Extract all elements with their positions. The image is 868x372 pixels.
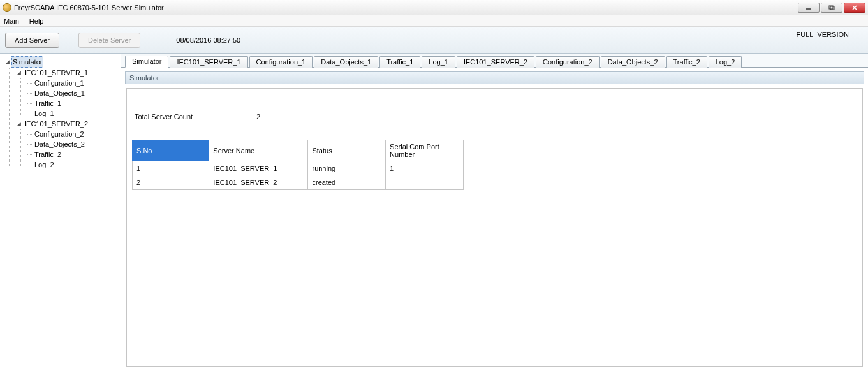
cell-name: IEC101_SERVER_1 xyxy=(209,161,308,175)
menu-main[interactable]: Main xyxy=(4,17,19,25)
server-table: S.No Server Name Status Serial Com Port … xyxy=(132,140,464,190)
window-title: FreyrSCADA IEC 60870-5-101 Server Simula… xyxy=(14,4,164,11)
menubar: Main Help xyxy=(0,15,868,27)
tree-label[interactable]: IEC101_SERVER_1 xyxy=(23,68,89,78)
delete-server-button: Delete Server xyxy=(78,33,140,48)
col-sno[interactable]: S.No xyxy=(133,140,209,161)
tab-log-2[interactable]: Log_2 xyxy=(709,56,742,68)
col-name[interactable]: Server Name xyxy=(209,140,308,161)
tab-configuration-1[interactable]: Configuration_1 xyxy=(249,56,313,68)
tree-leaf[interactable]: Configuration_1 xyxy=(27,78,121,88)
timestamp-label: 08/08/2016 08:27:50 xyxy=(176,36,240,44)
close-button[interactable] xyxy=(844,3,865,13)
table-row[interactable]: 1 IEC101_SERVER_1 running 1 xyxy=(133,161,464,175)
app-icon xyxy=(3,3,11,12)
toolbar: Add Server Delete Server 08/08/2016 08:2… xyxy=(0,27,868,54)
titlebar: FreyrSCADA IEC 60870-5-101 Server Simula… xyxy=(0,0,868,15)
tab-data-objects-2[interactable]: Data_Objects_2 xyxy=(601,56,665,68)
tab-server-2[interactable]: IEC101_SERVER_2 xyxy=(457,56,534,68)
tree-node-server-2[interactable]: ◢ IEC101_SERVER_2 xyxy=(15,119,121,129)
table-row[interactable]: 2 IEC101_SERVER_2 created xyxy=(133,175,464,190)
sidebar: ◢ Simulator ◢ IEC101_SERVER_1 Configurat… xyxy=(0,54,121,372)
tab-log-1[interactable]: Log_1 xyxy=(422,56,455,68)
panel-caption: Simulator xyxy=(125,71,864,84)
chevron-down-icon[interactable]: ◢ xyxy=(4,57,10,67)
maximize-button[interactable] xyxy=(821,3,842,13)
menu-help[interactable]: Help xyxy=(29,17,44,25)
tab-data-objects-1[interactable]: Data_Objects_1 xyxy=(314,56,378,68)
cell-sno: 2 xyxy=(133,175,209,190)
tree-leaf[interactable]: Traffic_2 xyxy=(27,149,121,160)
tree-root-simulator[interactable]: ◢ Simulator xyxy=(4,56,121,68)
cell-port xyxy=(386,175,464,190)
col-status[interactable]: Status xyxy=(308,140,386,161)
chevron-down-icon[interactable]: ◢ xyxy=(15,68,22,78)
version-label: FULL_VERSION xyxy=(796,31,849,38)
col-port[interactable]: Serial Com Port Number xyxy=(386,140,464,161)
tree-leaf[interactable]: Log_2 xyxy=(27,160,121,170)
tree-leaf[interactable]: Traffic_1 xyxy=(27,98,121,108)
tab-simulator[interactable]: Simulator xyxy=(125,56,168,68)
tabstrip: Simulator IEC101_SERVER_1 Configuration_… xyxy=(121,54,868,68)
tree-leaf[interactable]: Data_Objects_1 xyxy=(27,88,121,98)
tab-traffic-2[interactable]: Traffic_2 xyxy=(666,56,707,68)
cell-port: 1 xyxy=(386,161,464,175)
tree-label-simulator[interactable]: Simulator xyxy=(11,56,43,68)
tab-configuration-2[interactable]: Configuration_2 xyxy=(536,56,600,68)
cell-sno: 1 xyxy=(133,161,209,175)
cell-status: created xyxy=(308,175,386,190)
tree-label[interactable]: IEC101_SERVER_2 xyxy=(23,119,89,129)
cell-status: running xyxy=(308,161,386,175)
tree-leaf[interactable]: Data_Objects_2 xyxy=(27,139,121,149)
total-server-count-label: Total Server Count xyxy=(135,113,193,121)
tree-node-server-1[interactable]: ◢ IEC101_SERVER_1 xyxy=(15,68,121,78)
tree-leaf[interactable]: Configuration_2 xyxy=(27,129,121,139)
minimize-button[interactable] xyxy=(798,3,820,13)
cell-name: IEC101_SERVER_2 xyxy=(209,175,308,190)
chevron-down-icon[interactable]: ◢ xyxy=(15,119,22,129)
tree-leaf[interactable]: Log_1 xyxy=(27,108,121,119)
tab-traffic-1[interactable]: Traffic_1 xyxy=(379,56,420,68)
tab-server-1[interactable]: IEC101_SERVER_1 xyxy=(170,56,247,68)
add-server-button[interactable]: Add Server xyxy=(5,33,59,48)
total-server-count-value: 2 xyxy=(256,113,260,121)
main-panel: Simulator IEC101_SERVER_1 Configuration_… xyxy=(121,54,868,372)
